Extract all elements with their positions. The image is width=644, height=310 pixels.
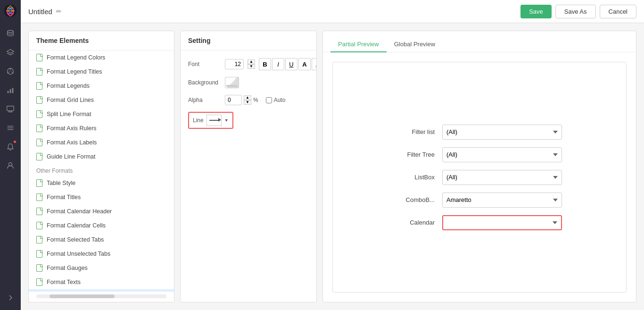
svg-point-4 <box>10 68 11 69</box>
combob-label: ComboB... <box>397 196 435 203</box>
line-label: Line <box>193 117 204 124</box>
line-control: Line ▼ <box>188 112 233 129</box>
theme-elements-panel: Theme Elements Format Legend Colors Form… <box>28 31 174 302</box>
svg-rect-13 <box>7 106 14 111</box>
underline-button[interactable]: U <box>285 58 297 70</box>
italic-button[interactable]: I <box>272 58 284 70</box>
other-formats-label: Other Formats <box>29 164 174 176</box>
setting-content: Font ▲ ▼ B I U A A Back <box>181 50 316 143</box>
sidebar-item-format-unselected-tabs[interactable]: Format Unselected Tabs <box>29 247 174 261</box>
sidebar-icon-network[interactable] <box>2 63 19 80</box>
alpha-input[interactable] <box>225 95 242 105</box>
sidebar-icon-bell[interactable] <box>2 138 19 155</box>
file-icon <box>36 82 43 90</box>
svg-rect-10 <box>8 91 9 93</box>
filter-row-filter-tree: Filter Tree (All) <box>397 147 562 162</box>
bold-button[interactable]: B <box>259 58 271 70</box>
preview-tabs: Partial Preview Global Preview <box>323 31 636 52</box>
item-label: Format Selected Tabs <box>47 236 104 243</box>
setting-panel: Setting Font ▲ ▼ B I U A A <box>180 31 317 302</box>
scrollbar-track[interactable] <box>36 294 166 298</box>
preview-border: Filter list (All) Filter Tree (All) <box>332 62 627 293</box>
sidebar-item-format-legend-colors[interactable]: Format Legend Colors <box>29 50 174 65</box>
item-label: Format Titles <box>47 194 81 201</box>
preview-panel: Partial Preview Global Preview Filter li… <box>322 31 636 302</box>
alpha-down-button[interactable]: ▼ <box>244 100 251 105</box>
font-row: Font ▲ ▼ B I U A A <box>188 58 309 70</box>
svg-rect-11 <box>10 89 11 93</box>
sidebar-item-format-calendar-cells[interactable]: Format Calendar Cells <box>29 218 174 233</box>
save-button[interactable]: Save <box>520 5 552 18</box>
item-label: Format Calendar Header <box>47 208 112 215</box>
sidebar-item-format-legends[interactable]: Format Legends <box>29 79 174 93</box>
file-icon <box>36 139 43 146</box>
tab-partial-preview[interactable]: Partial Preview <box>330 37 387 52</box>
sidebar-item-table-style[interactable]: Table Style <box>29 176 174 190</box>
item-label: Format Gauges <box>47 265 88 271</box>
color-swatch-inner <box>226 85 238 87</box>
listbox-select[interactable]: (All) <box>442 170 562 185</box>
sidebar-item-format-grid-lines[interactable]: Format Grid Lines <box>29 93 174 107</box>
sidebar-item-format-titles[interactable]: Format Titles <box>29 190 174 204</box>
page-title: Untitled <box>28 8 52 16</box>
sidebar-item-format-calendar-header[interactable]: Format Calendar Header <box>29 204 174 218</box>
background-color-swatch[interactable] <box>225 77 239 88</box>
svg-line-8 <box>11 71 12 72</box>
scrollbar-thumb[interactable] <box>50 294 115 298</box>
sidebar-item-format-legend-titles[interactable]: Format Legend Titles <box>29 65 174 79</box>
theme-elements-list: Format Legend Colors Format Legend Title… <box>29 50 174 292</box>
sidebar-icon-menu[interactable] <box>2 119 19 136</box>
sidebar-item-split-line-format[interactable]: Split Line Format <box>29 107 174 121</box>
combob-select[interactable]: Amaretto <box>442 193 562 208</box>
auto-checkbox[interactable] <box>266 97 272 103</box>
topbar-title-area: Untitled ✏ <box>28 8 62 16</box>
file-icon <box>36 264 43 272</box>
sidebar-icon-chart[interactable] <box>2 82 19 99</box>
filter-tree-select[interactable]: (All) <box>442 147 562 162</box>
alpha-up-button[interactable]: ▲ <box>244 95 251 100</box>
cancel-button[interactable]: Cancel <box>600 5 636 18</box>
line-row: Line ▼ <box>188 112 309 129</box>
sidebar-item-format-texts[interactable]: Format Texts <box>29 275 174 289</box>
filter-tree-label: Filter Tree <box>397 151 435 158</box>
font-color-button[interactable]: A <box>312 58 317 70</box>
file-icon <box>36 179 43 187</box>
percent-label: % <box>253 97 258 103</box>
file-icon <box>36 208 43 215</box>
sidebar-item-format-axis-rulers[interactable]: Format Axis Rulers <box>29 121 174 135</box>
font-size-input[interactable] <box>225 59 244 69</box>
topbar-actions: Save Save As Cancel <box>520 5 636 18</box>
sidebar-expand-button[interactable] <box>2 289 19 306</box>
sidebar-icon-layers[interactable] <box>2 44 19 61</box>
font-size-down-button[interactable]: ▼ <box>248 64 255 69</box>
app-logo <box>3 4 17 19</box>
item-label: Split Line Format <box>47 111 91 117</box>
save-as-button[interactable]: Save As <box>555 5 596 18</box>
sidebar-icon-database[interactable] <box>2 25 19 42</box>
sidebar-icon-user[interactable] <box>2 157 19 174</box>
file-icon <box>36 68 43 75</box>
edit-title-icon[interactable]: ✏ <box>56 8 62 15</box>
svg-point-5 <box>12 72 14 74</box>
font-size-button[interactable]: A <box>298 58 311 70</box>
body-area: Theme Elements Format Legend Colors Form… <box>21 23 644 310</box>
filter-list-select[interactable]: (All) <box>442 125 562 140</box>
alpha-label: Alpha <box>188 97 221 103</box>
sidebar-icon-monitor[interactable] <box>2 101 19 117</box>
tab-global-preview[interactable]: Global Preview <box>387 37 443 52</box>
file-icon <box>36 250 43 258</box>
sidebar-item-format-axis-labels[interactable]: Format Axis Labels <box>29 135 174 150</box>
sidebar-item-guide-line-format[interactable]: Guide Line Format <box>29 150 174 164</box>
line-dropdown-arrow[interactable]: ▼ <box>224 118 229 123</box>
font-size-up-button[interactable]: ▲ <box>248 59 255 64</box>
sidebar-item-format-gauges[interactable]: Format Gauges <box>29 261 174 275</box>
file-icon <box>36 54 43 61</box>
item-label: Format Axis Labels <box>47 139 97 146</box>
item-label: Table Style <box>47 180 75 186</box>
file-icon <box>36 278 43 286</box>
line-style-selector[interactable] <box>206 115 222 126</box>
item-label: Format Texts <box>47 279 81 285</box>
calendar-select[interactable] <box>442 215 562 230</box>
file-icon <box>36 236 43 243</box>
sidebar-item-format-selected-tabs[interactable]: Format Selected Tabs <box>29 233 174 247</box>
